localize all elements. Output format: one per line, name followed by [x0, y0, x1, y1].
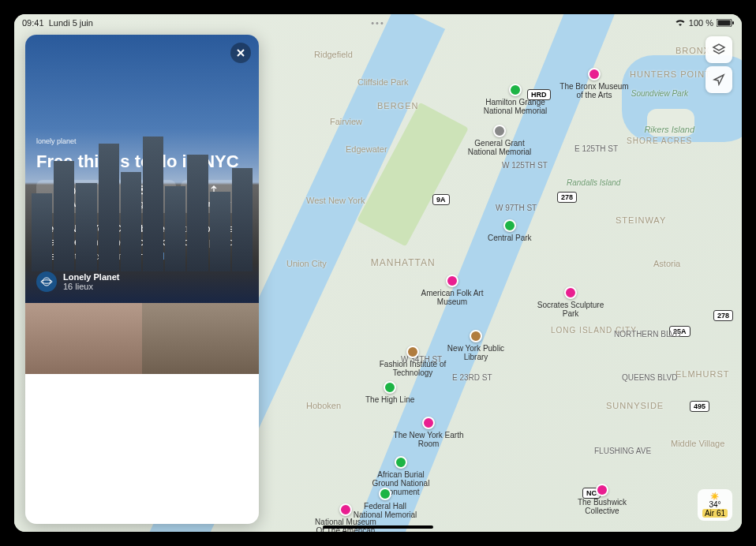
area-middlevillage: Middle Village: [671, 439, 724, 448]
author-avatar: [36, 271, 57, 292]
area-astoria: Astoria: [653, 259, 680, 268]
poi-label: National Museum Of The American Indian: [310, 518, 381, 532]
place-thumb[interactable]: [142, 303, 259, 374]
poi-dot-icon: [470, 330, 482, 342]
battery-icon: [717, 19, 734, 27]
guide-panel: lonely planet Free things to do in NYC S…: [25, 35, 259, 524]
guide-cover: lonely planet Free things to do in NYC S…: [25, 35, 259, 303]
screen: 09:41 Lundi 5 juin ••• 100 % MANHATTAN H…: [14, 14, 742, 532]
poi-dot-icon: [395, 456, 407, 469]
poi-label: Central Park: [488, 234, 532, 242]
area-elmhurst: ELMHURST: [676, 369, 730, 379]
poi-marker[interactable]: The Bushwick Collective: [567, 484, 638, 515]
home-indicator[interactable]: [323, 525, 433, 529]
street-label: W 97TH ST: [496, 204, 537, 212]
area-unioncity: Union City: [286, 259, 327, 268]
area-hoboken: Hoboken: [306, 401, 341, 410]
poi-dot-icon: [564, 286, 577, 299]
street-label: E 23RD ST: [452, 373, 492, 382]
street-label: FLUSHING AVE: [594, 447, 651, 455]
street-label: E 125TH ST: [574, 144, 618, 153]
area-sunnyside: SUNNYSIDE: [606, 401, 664, 410]
poi-dot-icon: [422, 417, 435, 429]
poi-label: The Bushwick Collective: [567, 498, 638, 515]
highway-shield: 278: [557, 192, 577, 203]
poi-label: The Bronx Museum of the Arts: [559, 82, 630, 99]
location-arrow-icon: [713, 73, 725, 86]
layers-icon: [712, 43, 726, 57]
area-westny: West New York: [306, 196, 365, 205]
poi-dot-icon: [493, 125, 506, 137]
status-bar: 09:41 Lundi 5 juin ••• 100 %: [14, 14, 742, 32]
area-cliffside: Cliffside Park: [357, 77, 409, 87]
author-name: Lonely Planet: [63, 272, 120, 282]
ipad-frame: 09:41 Lundi 5 juin ••• 100 % MANHATTAN H…: [0, 0, 756, 546]
weather-temp: 34°: [702, 500, 728, 509]
battery-text: 100 %: [689, 18, 713, 28]
area-rikers: Rikers Island: [644, 125, 694, 134]
poi-label: New York Public Library: [440, 344, 511, 361]
poi-marker[interactable]: Socrates Sculpture Park: [535, 286, 606, 318]
poi-marker[interactable]: The Bronx Museum of the Arts: [559, 68, 630, 99]
poi-label: Fashion Institute of Technology: [377, 360, 448, 377]
poi-dot-icon: [446, 275, 458, 287]
area-edgewater: Edgewater: [346, 144, 387, 154]
area-manhattan: MANHATTAN: [371, 257, 436, 268]
poi-marker[interactable]: Fashion Institute of Technology: [377, 346, 448, 377]
poi-label: The High Line: [365, 395, 414, 404]
author-count: 16 lieux: [63, 282, 120, 291]
poi-dot-icon: [379, 488, 391, 500]
places-strip[interactable]: [25, 303, 259, 374]
close-button[interactable]: [230, 43, 251, 63]
place-thumb[interactable]: [25, 303, 142, 374]
poi-label: American Folk Art Museum: [417, 289, 488, 306]
area-hunterspt: HUNTERS POINT: [630, 69, 711, 79]
area-soundview: Soundview Park: [631, 89, 688, 98]
highway-shield: 278: [713, 310, 733, 321]
area-randalls: Randalls Island: [567, 178, 620, 187]
poi-label: The New York Earth Room: [393, 431, 464, 448]
area-steinway: STEINWAY: [616, 215, 666, 225]
guide-brand: lonely planet: [36, 137, 248, 145]
svg-rect-2: [732, 21, 734, 24]
poi-marker[interactable]: American Folk Art Museum: [417, 275, 488, 306]
status-right: 100 %: [675, 18, 734, 28]
area-shore: SHORE ACRES: [627, 136, 692, 145]
skyline-art: [25, 129, 259, 271]
poi-dot-icon: [384, 381, 396, 394]
svg-point-4: [43, 278, 51, 286]
svg-rect-1: [718, 21, 731, 26]
status-left: 09:41 Lundi 5 juin: [22, 18, 93, 28]
weather-widget[interactable]: ☀️ 34° Air 61: [698, 489, 732, 521]
locate-button[interactable]: [705, 66, 732, 93]
street-label: NORTHERN BLVD: [614, 330, 681, 338]
map-mode-button[interactable]: [705, 36, 732, 63]
poi-label: General Grant National Memorial: [464, 139, 535, 156]
poi-dot-icon: [406, 346, 419, 358]
poi-label: Socrates Sculpture Park: [535, 301, 606, 318]
highway-shield: 495: [690, 401, 709, 412]
planet-icon: [40, 275, 53, 288]
poi-dot-icon: [588, 68, 601, 80]
multitask-dots[interactable]: •••: [371, 18, 385, 28]
wifi-icon: [675, 19, 686, 27]
poi-marker[interactable]: New York Public Library: [440, 330, 511, 361]
poi-marker[interactable]: The New York Earth Room: [393, 417, 464, 448]
poi-dot-icon: [339, 503, 352, 516]
poi-marker[interactable]: The High Line: [365, 381, 414, 404]
area-ridgefield: Ridgefield: [314, 50, 353, 59]
status-date: Lundi 5 juin: [49, 18, 93, 28]
street-label: W 125TH ST: [502, 161, 548, 170]
guide-author[interactable]: Lonely Planet 16 lieux: [36, 271, 248, 292]
poi-dot-icon: [596, 484, 608, 496]
poi-dot-icon: [509, 84, 522, 96]
poi-marker[interactable]: Central Park: [488, 219, 532, 242]
poi-marker[interactable]: Hamilton Grange National Memorial: [480, 84, 551, 115]
poi-marker[interactable]: General Grant National Memorial: [464, 125, 535, 156]
weather-aqi: Air 61: [702, 509, 728, 518]
status-time: 09:41: [22, 18, 44, 28]
poi-dot-icon: [503, 219, 516, 232]
area-fairview: Fairview: [330, 117, 362, 126]
street-label: QUEENS BLVD: [622, 373, 677, 382]
poi-label: Hamilton Grange National Memorial: [480, 98, 551, 115]
